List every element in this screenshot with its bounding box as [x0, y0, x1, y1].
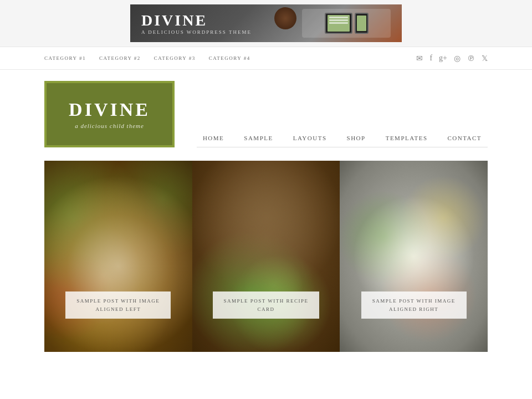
post-label-text-2: SAMPLE POST WITH RECIPE CARD	[224, 297, 309, 313]
category-nav-4[interactable]: CATEGORY #4	[209, 55, 250, 61]
phone-screen	[357, 16, 366, 31]
logo-title: DIVINE	[69, 99, 150, 120]
main-content: DIVINE a delicious child theme HOME SAMP…	[0, 70, 532, 363]
top-nav: CATEGORY #1 CATEGORY #2 CATEGORY #3 CATE…	[0, 47, 532, 70]
banner-subtitle: A DELICIOUS WORDPRESS THEME	[141, 29, 252, 35]
facebook-icon[interactable]: f	[429, 54, 432, 63]
social-icons: ✉ f g+ ◎ ℗ 𝕏	[416, 54, 488, 63]
nav-shop[interactable]: SHOP	[347, 135, 366, 141]
post-image-2	[192, 161, 340, 352]
category-nav-2[interactable]: CATEGORY #2	[99, 55, 141, 61]
site-logo: DIVINE a delicious child theme	[44, 81, 175, 147]
pinterest-icon[interactable]: ℗	[467, 54, 475, 63]
category-nav-1[interactable]: CATEGORY #1	[44, 55, 86, 61]
phone-icon	[355, 13, 369, 34]
site-nav: HOME SAMPLE LAYOUTS SHOP TEMPLATES CONTA…	[203, 135, 482, 141]
post-label-3: SAMPLE POST WITH IMAGE ALIGNED RIGHT	[361, 291, 467, 319]
google-plus-icon[interactable]: g+	[439, 54, 447, 63]
nav-layouts[interactable]: LAYOUTS	[293, 135, 327, 141]
nav-home[interactable]: HOME	[203, 135, 224, 141]
screen-line	[329, 22, 348, 24]
tablet-icon	[325, 13, 352, 34]
twitter-icon[interactable]: 𝕏	[482, 54, 488, 63]
top-banner: DIVINE A DELICIOUS WORDPRESS THEME	[0, 0, 532, 47]
site-header: DIVINE a delicious child theme HOME SAMP…	[44, 70, 488, 158]
category-nav: CATEGORY #1 CATEGORY #2 CATEGORY #3 CATE…	[44, 55, 250, 61]
tablet-screen	[328, 15, 350, 32]
bowl-decoration	[274, 7, 296, 29]
category-nav-3[interactable]: CATEGORY #3	[154, 55, 196, 61]
logo-subtitle: a delicious child theme	[75, 122, 144, 129]
post-image-3	[340, 161, 488, 352]
email-icon[interactable]: ✉	[416, 54, 423, 63]
posts-grid: SAMPLE POST WITH IMAGE ALIGNED LEFT SAMP…	[44, 161, 488, 352]
post-label-text-3: SAMPLE POST WITH IMAGE ALIGNED RIGHT	[372, 297, 456, 313]
screen-line	[329, 19, 348, 21]
post-overlay-2: SAMPLE POST WITH RECIPE CARD	[192, 291, 340, 319]
nav-contact[interactable]: CONTACT	[448, 135, 482, 141]
post-label-text-1: SAMPLE POST WITH IMAGE ALIGNED LEFT	[76, 297, 160, 313]
site-nav-wrapper: HOME SAMPLE LAYOUTS SHOP TEMPLATES CONTA…	[197, 135, 488, 147]
posts-section: SAMPLE POST WITH IMAGE ALIGNED LEFT SAMP…	[44, 158, 488, 363]
post-label-1: SAMPLE POST WITH IMAGE ALIGNED LEFT	[65, 291, 171, 319]
post-card-1[interactable]: SAMPLE POST WITH IMAGE ALIGNED LEFT	[44, 161, 192, 352]
banner-title: DIVINE	[141, 12, 252, 29]
banner-inner: DIVINE A DELICIOUS WORDPRESS THEME	[130, 4, 402, 42]
post-card-2[interactable]: SAMPLE POST WITH RECIPE CARD	[192, 161, 340, 352]
post-image-1	[44, 161, 192, 352]
post-overlay-3: SAMPLE POST WITH IMAGE ALIGNED RIGHT	[340, 291, 488, 319]
nav-sample[interactable]: SAMPLE	[244, 135, 273, 141]
post-label-2: SAMPLE POST WITH RECIPE CARD	[213, 291, 320, 319]
post-card-3[interactable]: SAMPLE POST WITH IMAGE ALIGNED RIGHT	[340, 161, 488, 352]
post-overlay-1: SAMPLE POST WITH IMAGE ALIGNED LEFT	[44, 291, 192, 319]
screen-line	[329, 17, 348, 18]
nav-templates[interactable]: TEMPLATES	[386, 135, 428, 141]
instagram-icon[interactable]: ◎	[454, 54, 461, 63]
banner-text-block: DIVINE A DELICIOUS WORDPRESS THEME	[141, 12, 252, 35]
device-preview	[302, 9, 391, 38]
